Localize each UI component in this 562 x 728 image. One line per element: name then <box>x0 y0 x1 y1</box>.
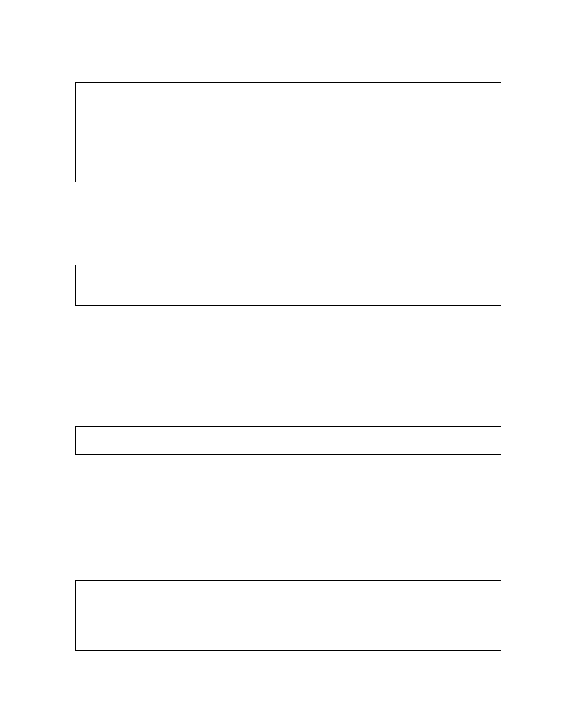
box-1 <box>75 82 501 182</box>
box-4 <box>75 580 501 651</box>
box-2 <box>75 265 501 306</box>
box-3 <box>75 426 501 455</box>
